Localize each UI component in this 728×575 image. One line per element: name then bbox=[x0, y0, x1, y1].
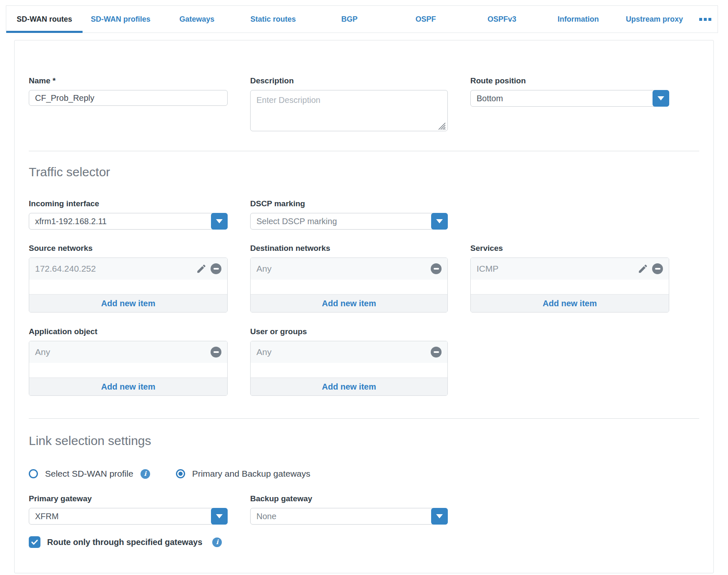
user-or-groups-label: User or groups bbox=[250, 327, 448, 336]
tab-bar: SD-WAN routes SD-WAN profiles Gateways S… bbox=[6, 5, 718, 33]
backup-gateway-value: None bbox=[256, 512, 276, 521]
primary-backup-gateways-radio[interactable] bbox=[176, 469, 185, 478]
backup-gateway-label: Backup gateway bbox=[250, 494, 448, 503]
tab-sdwan-profiles[interactable]: SD-WAN profiles bbox=[83, 6, 159, 32]
incoming-interface-select[interactable]: xfrm1-192.168.2.11 bbox=[29, 213, 228, 230]
chevron-down-icon[interactable] bbox=[431, 508, 448, 525]
tab-information[interactable]: Information bbox=[540, 6, 616, 32]
sdwan-route-form-card: Name * Description Route position Bottom… bbox=[14, 40, 714, 573]
route-position-field-group: Route position Bottom bbox=[470, 76, 669, 107]
add-new-item-button[interactable]: Add new item bbox=[29, 378, 227, 395]
incoming-interface-label: Incoming interface bbox=[29, 199, 228, 208]
dscp-marking-label: DSCP marking bbox=[250, 199, 448, 208]
chevron-down-icon[interactable] bbox=[431, 213, 448, 230]
section-divider bbox=[29, 418, 699, 419]
remove-item-icon[interactable] bbox=[652, 263, 663, 274]
services-panel: ICMP Add new item bbox=[470, 258, 669, 312]
dscp-marking-group: DSCP marking Select DSCP marking bbox=[250, 199, 448, 230]
description-textarea[interactable] bbox=[250, 90, 448, 131]
more-tabs-ellipsis-icon[interactable] bbox=[693, 6, 718, 32]
backup-gateway-group: Backup gateway None bbox=[250, 494, 448, 525]
application-object-label: Application object bbox=[29, 327, 228, 336]
info-icon[interactable]: i bbox=[141, 469, 150, 479]
interface-dscp-row: Incoming interface xfrm1-192.168.2.11 DS… bbox=[29, 199, 699, 230]
app-users-row: Application object Any Add new item User… bbox=[29, 327, 699, 396]
list-empty-space bbox=[29, 363, 227, 378]
list-empty-space bbox=[29, 280, 227, 294]
section-divider bbox=[29, 151, 699, 151]
link-mode-radio-row: Select SD-WAN profile i Primary and Back… bbox=[29, 469, 699, 479]
add-new-item-button[interactable]: Add new item bbox=[251, 294, 447, 312]
add-new-item-button[interactable]: Add new item bbox=[471, 294, 669, 312]
name-field-group: Name * bbox=[29, 76, 228, 106]
route-position-value: Bottom bbox=[477, 94, 503, 103]
name-label: Name * bbox=[29, 76, 228, 85]
add-new-item-button[interactable]: Add new item bbox=[251, 378, 447, 395]
tab-gateways[interactable]: Gateways bbox=[159, 6, 235, 32]
list-item: Any bbox=[251, 341, 447, 363]
select-sdwan-profile-radio[interactable] bbox=[29, 469, 38, 478]
incoming-interface-group: Incoming interface xfrm1-192.168.2.11 bbox=[29, 199, 228, 230]
tab-ospf[interactable]: OSPF bbox=[387, 6, 464, 32]
tab-bgp[interactable]: BGP bbox=[311, 6, 388, 32]
list-empty-space bbox=[471, 280, 669, 294]
list-item: Any bbox=[29, 341, 227, 363]
remove-item-icon[interactable] bbox=[431, 263, 442, 274]
tab-ospfv3[interactable]: OSPFv3 bbox=[464, 6, 540, 32]
list-item-text: 172.64.240.252 bbox=[35, 264, 196, 274]
application-object-group: Application object Any Add new item bbox=[29, 327, 228, 396]
description-field-group: Description bbox=[250, 76, 448, 133]
list-item: ICMP bbox=[471, 258, 669, 280]
source-networks-panel: 172.64.240.252 Add new item bbox=[29, 258, 228, 312]
source-networks-group: Source networks 172.64.240.252 Add new i… bbox=[29, 244, 228, 312]
networks-services-row: Source networks 172.64.240.252 Add new i… bbox=[29, 244, 699, 312]
select-sdwan-profile-radio-label[interactable]: Select SD-WAN profile bbox=[45, 469, 133, 479]
list-empty-space bbox=[251, 363, 447, 378]
edit-pencil-icon[interactable] bbox=[638, 263, 648, 274]
source-networks-label: Source networks bbox=[29, 244, 228, 253]
general-row: Name * Description Route position Bottom bbox=[29, 76, 699, 133]
traffic-selector-title: Traffic selector bbox=[29, 165, 699, 179]
primary-gateway-value: XFRM bbox=[35, 512, 59, 521]
backup-gateway-select[interactable]: None bbox=[250, 508, 448, 525]
dscp-marking-select[interactable]: Select DSCP marking bbox=[250, 213, 448, 230]
remove-item-icon[interactable] bbox=[431, 347, 442, 358]
destination-networks-label: Destination networks bbox=[250, 244, 448, 253]
primary-gateway-select[interactable]: XFRM bbox=[29, 508, 228, 525]
add-new-item-button[interactable]: Add new item bbox=[29, 294, 227, 312]
gateways-row: Primary gateway XFRM Backup gateway None bbox=[29, 494, 699, 525]
incoming-interface-value: xfrm1-192.168.2.11 bbox=[35, 217, 107, 226]
destination-networks-panel: Any Add new item bbox=[250, 258, 448, 312]
list-item-text: Any bbox=[256, 264, 431, 274]
tab-upstream-proxy[interactable]: Upstream proxy bbox=[616, 6, 693, 32]
chevron-down-icon[interactable] bbox=[211, 508, 228, 525]
remove-item-icon[interactable] bbox=[211, 347, 221, 358]
description-label: Description bbox=[250, 76, 448, 85]
user-or-groups-panel: Any Add new item bbox=[250, 341, 448, 396]
edit-pencil-icon[interactable] bbox=[196, 263, 207, 274]
chevron-down-icon[interactable] bbox=[653, 90, 669, 107]
route-position-select[interactable]: Bottom bbox=[470, 90, 669, 107]
user-or-groups-group: User or groups Any Add new item bbox=[250, 327, 448, 396]
list-item-text: ICMP bbox=[477, 264, 638, 274]
route-only-checkbox-label[interactable]: Route only through specified gateways bbox=[47, 538, 202, 547]
name-input[interactable] bbox=[29, 90, 228, 106]
link-selection-title: Link selection settings bbox=[29, 434, 699, 448]
remove-item-icon[interactable] bbox=[211, 263, 221, 274]
tab-static-routes[interactable]: Static routes bbox=[235, 6, 311, 32]
info-icon[interactable]: i bbox=[212, 538, 222, 547]
primary-backup-gateways-radio-label[interactable]: Primary and Backup gateways bbox=[192, 469, 311, 479]
application-object-panel: Any Add new item bbox=[29, 341, 228, 396]
services-label: Services bbox=[470, 244, 669, 253]
primary-gateway-label: Primary gateway bbox=[29, 494, 228, 503]
list-item: Any bbox=[251, 258, 447, 280]
list-item: 172.64.240.252 bbox=[29, 258, 227, 280]
tab-sdwan-routes[interactable]: SD-WAN routes bbox=[6, 6, 83, 32]
services-group: Services ICMP Add new item bbox=[470, 244, 669, 312]
chevron-down-icon[interactable] bbox=[211, 213, 228, 230]
destination-networks-group: Destination networks Any Add new item bbox=[250, 244, 448, 312]
list-empty-space bbox=[251, 280, 447, 294]
route-only-checkbox[interactable] bbox=[29, 536, 40, 548]
list-item-text: Any bbox=[256, 347, 431, 357]
primary-gateway-group: Primary gateway XFRM bbox=[29, 494, 228, 525]
